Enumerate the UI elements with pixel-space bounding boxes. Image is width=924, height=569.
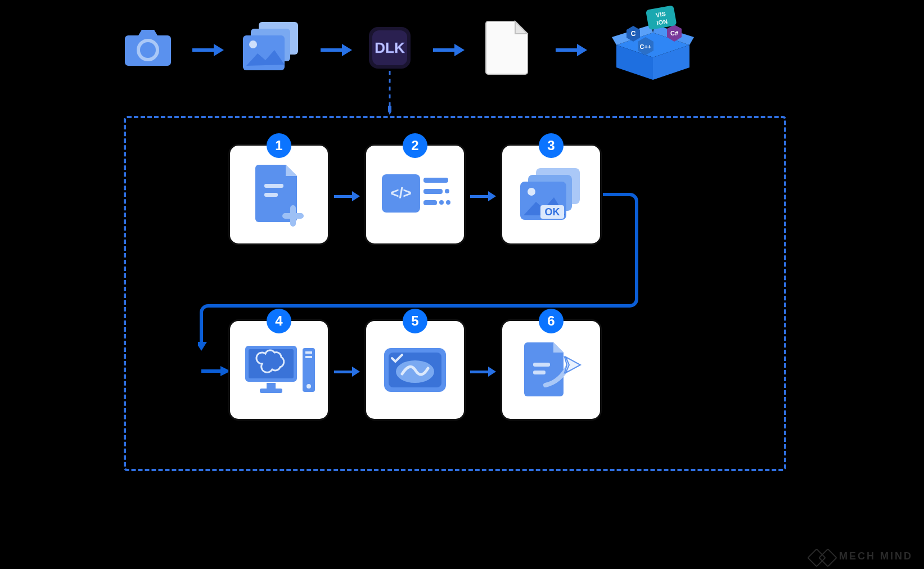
images-stack-icon <box>241 20 303 73</box>
svg-rect-20 <box>264 184 283 188</box>
arrow-icon <box>433 44 465 56</box>
watermark-icon <box>810 551 835 562</box>
svg-rect-53 <box>533 371 546 374</box>
step-badge: 3 <box>539 133 564 158</box>
step-badge: 5 <box>403 309 427 333</box>
svg-rect-26 <box>423 178 448 183</box>
svg-text:DLK: DLK <box>375 39 405 56</box>
arrow-icon <box>470 367 496 377</box>
step-badge: 1 <box>267 133 291 158</box>
arrow-icon <box>192 44 224 56</box>
validate-scribble-icon <box>380 344 450 396</box>
svg-rect-42 <box>249 349 294 378</box>
svg-rect-46 <box>305 351 312 354</box>
svg-rect-44 <box>260 389 282 393</box>
svg-rect-52 <box>533 363 550 367</box>
sdk-box-icon: C C++ C# VIS ION <box>605 6 701 84</box>
camera-icon <box>123 25 173 67</box>
svg-text:C: C <box>631 30 636 38</box>
dlk-app-icon: DLK DLK <box>369 27 411 69</box>
svg-marker-19 <box>388 108 391 115</box>
watermark-text: MECH MIND <box>839 550 913 562</box>
export-document-icon <box>517 337 585 403</box>
step-card-5: 5 <box>364 319 466 421</box>
svg-text:C#: C# <box>670 30 678 37</box>
step-card-4: 4 <box>228 319 330 421</box>
blank-document-icon <box>485 19 531 75</box>
step-card-6: 6 <box>501 319 602 421</box>
ai-workstation-icon <box>240 339 318 401</box>
step-badge: 4 <box>267 309 291 333</box>
arrow-icon <box>556 44 587 56</box>
arrow-icon <box>334 367 360 377</box>
arrow-icon <box>321 44 352 56</box>
diagram-canvas: DLK DLK C <box>0 0 924 569</box>
svg-text:C++: C++ <box>640 43 652 50</box>
svg-point-4 <box>249 40 257 48</box>
svg-rect-43 <box>267 383 276 389</box>
svg-rect-47 <box>305 356 312 358</box>
arrow-into-step4 <box>198 364 232 378</box>
step-badge: 2 <box>403 133 427 158</box>
watermark: MECH MIND <box>810 550 913 562</box>
dashed-connector <box>388 71 391 116</box>
step-badge: 6 <box>539 309 564 333</box>
svg-point-48 <box>307 384 311 389</box>
